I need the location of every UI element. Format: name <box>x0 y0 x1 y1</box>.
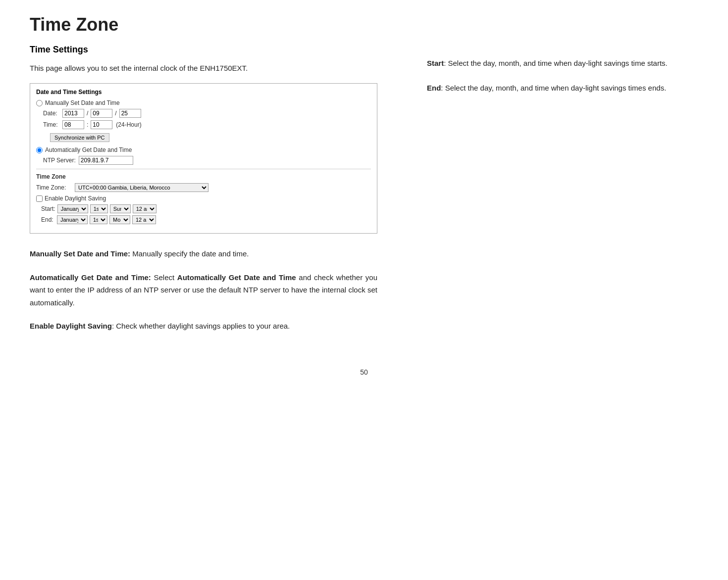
start-term: Start <box>427 59 444 67</box>
desc2-before: Select <box>151 273 177 282</box>
manually-radio[interactable] <box>36 100 43 106</box>
ntp-input[interactable] <box>79 156 133 165</box>
manually-radio-label[interactable]: Manually Set Date and Time <box>36 99 120 106</box>
dst-checkbox-label: Enable Daylight Saving <box>45 195 106 202</box>
start-week-select[interactable]: 1st <box>90 204 108 213</box>
manually-label: Manually Set Date and Time <box>45 99 120 106</box>
dst-checkbox[interactable] <box>36 195 43 202</box>
date-row: Date: / / <box>36 109 371 118</box>
time-minute-input[interactable] <box>91 120 112 129</box>
intro-text: This page allows you to set the internal… <box>30 62 377 75</box>
desc1-body: Manually specify the date and time. <box>130 249 249 258</box>
desc2-term2: Automatically Get Date and Time <box>177 273 296 282</box>
tz-label: Time Zone: <box>36 184 72 191</box>
end-label: End: <box>41 216 55 223</box>
page-footer: 50 <box>30 368 698 376</box>
start-text: : Select the day, month, and time when d… <box>444 59 668 67</box>
start-month-select[interactable]: January <box>57 204 88 213</box>
desc3-section: Enable Daylight Saving: Check whether da… <box>30 320 377 333</box>
end-day-select[interactable]: Mon <box>109 215 130 224</box>
start-label: Start: <box>41 205 55 212</box>
desc2-text: Automatically Get Date and Time: Select … <box>30 271 377 309</box>
end-text: : Select the day, month, and time when d… <box>441 84 666 92</box>
time-row: Time: : (24-Hour) <box>36 120 371 129</box>
auto-radio-row: Automatically Get Date and Time <box>36 146 371 153</box>
date-month-input[interactable] <box>91 109 112 118</box>
right-column: Start: Select the day, month, and time w… <box>397 45 698 106</box>
time-label: Time: <box>43 121 60 128</box>
settings-box-title: Date and Time Settings <box>36 89 371 96</box>
right-desc2: End: Select the day, month, and time whe… <box>397 82 698 95</box>
desc3-text: Enable Daylight Saving: Check whether da… <box>30 320 377 333</box>
desc1-term: Manually Set Date and Time: <box>30 249 130 258</box>
desc3-body: : Check whether daylight savings applies… <box>112 322 290 330</box>
auto-label: Automatically Get Date and Time <box>45 146 132 153</box>
time-hour-input[interactable] <box>62 120 84 129</box>
dst-checkbox-row: Enable Daylight Saving <box>36 195 371 202</box>
end-month-select[interactable]: January <box>57 215 88 224</box>
date-year-input[interactable] <box>62 109 84 118</box>
right-block2: End: Select the day, month, and time whe… <box>397 82 698 95</box>
desc1-section: Manually Set Date and Time: Manually spe… <box>30 247 377 260</box>
date-day-input[interactable] <box>119 109 141 118</box>
left-column: Time Settings This page allows you to se… <box>30 45 377 343</box>
start-day-select[interactable]: Sun <box>110 204 131 213</box>
sync-button[interactable]: Synchronize with PC <box>50 133 109 142</box>
ntp-row: NTP Server: <box>43 156 371 165</box>
section-title: Time Settings <box>30 45 377 55</box>
page-title: Time Zone <box>30 15 698 35</box>
ntp-label: NTP Server: <box>43 157 76 164</box>
desc2-section: Automatically Get Date and Time: Select … <box>30 271 377 309</box>
timezone-row: Time Zone: UTC+00:00 Gambia, Liberia, Mo… <box>36 183 371 192</box>
desc1-text: Manually Set Date and Time: Manually spe… <box>30 247 377 260</box>
start-hour-select[interactable]: 12 am <box>133 204 156 213</box>
desc3-term: Enable Daylight Saving <box>30 322 112 330</box>
desc2-term: Automatically Get Date and Time: <box>30 273 151 282</box>
dst-end-row: End: January 1st Mon 12 am <box>41 215 371 224</box>
end-hour-select[interactable]: 12 am <box>132 215 156 224</box>
time-format: (24-Hour) <box>116 121 141 128</box>
right-desc1: Start: Select the day, month, and time w… <box>397 45 698 70</box>
right-block1: Start: Select the day, month, and time w… <box>397 45 698 70</box>
end-term: End <box>427 84 441 92</box>
auto-radio-label[interactable]: Automatically Get Date and Time <box>36 146 132 153</box>
timezone-subsection-title: Time Zone <box>36 173 371 180</box>
auto-radio[interactable] <box>36 147 43 153</box>
dst-start-row: Start: January 1st Sun 12 am <box>41 204 371 213</box>
settings-box: Date and Time Settings Manually Set Date… <box>30 83 377 234</box>
timezone-select[interactable]: UTC+00:00 Gambia, Liberia, Morocco <box>75 183 208 192</box>
manually-radio-row: Manually Set Date and Time <box>36 99 371 106</box>
page-number: 50 <box>360 368 368 376</box>
end-week-select[interactable]: 1st <box>90 215 107 224</box>
date-label: Date: <box>43 110 60 117</box>
